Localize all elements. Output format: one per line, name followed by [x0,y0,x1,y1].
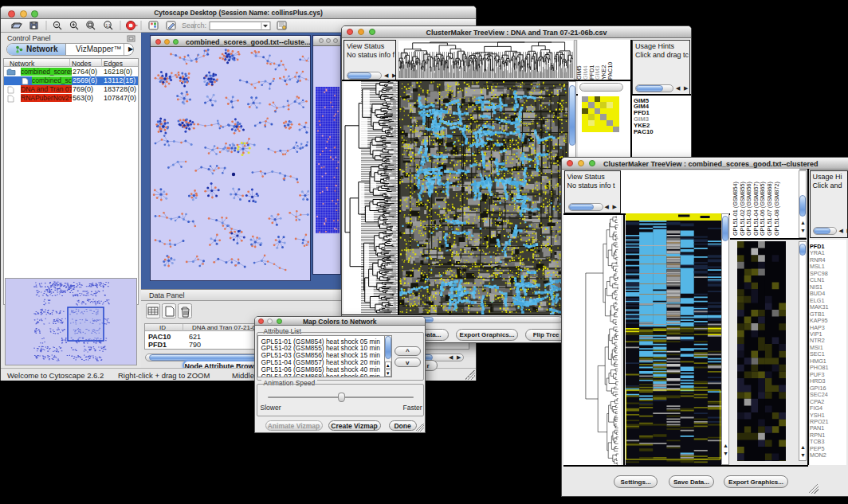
svg-text:Search:: Search: [182,21,206,29]
svg-text:1:1: 1:1 [106,24,112,28]
